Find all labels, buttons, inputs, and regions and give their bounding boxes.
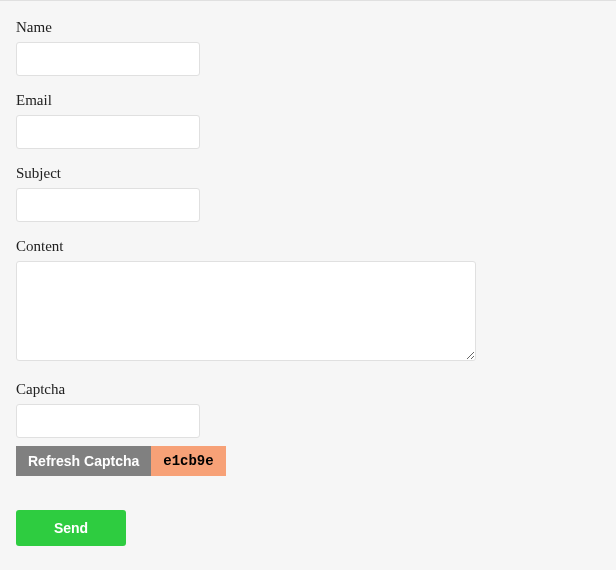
contact-form: Name Email Subject Content Captcha Refre… — [0, 1, 616, 562]
name-input[interactable] — [16, 42, 200, 76]
captcha-row: Refresh Captcha e1cb9e — [16, 446, 600, 476]
email-group: Email — [16, 92, 600, 149]
content-label: Content — [16, 238, 600, 255]
subject-group: Subject — [16, 165, 600, 222]
email-input[interactable] — [16, 115, 200, 149]
refresh-captcha-button[interactable]: Refresh Captcha — [16, 446, 151, 476]
send-button[interactable]: Send — [16, 510, 126, 546]
name-group: Name — [16, 19, 600, 76]
email-label: Email — [16, 92, 600, 109]
captcha-group: Captcha Refresh Captcha e1cb9e — [16, 381, 600, 476]
captcha-input[interactable] — [16, 404, 200, 438]
content-textarea[interactable] — [16, 261, 476, 361]
content-group: Content — [16, 238, 600, 365]
subject-input[interactable] — [16, 188, 200, 222]
captcha-label: Captcha — [16, 381, 600, 398]
subject-label: Subject — [16, 165, 600, 182]
captcha-image: e1cb9e — [151, 446, 225, 476]
name-label: Name — [16, 19, 600, 36]
